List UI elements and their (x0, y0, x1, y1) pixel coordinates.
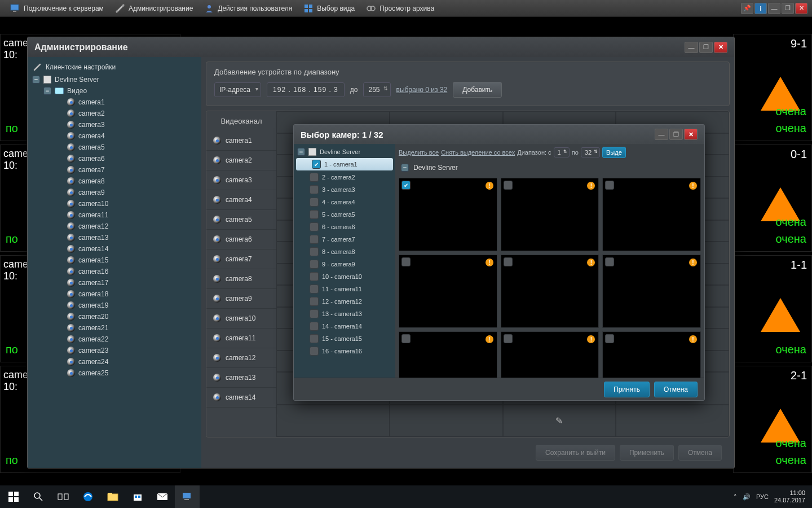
checkbox[interactable] (504, 181, 513, 190)
vc-list-item[interactable]: camera4 (206, 190, 276, 210)
tree-camera-item[interactable]: camera15 (28, 255, 201, 266)
vc-list-item[interactable]: camera5 (206, 210, 276, 230)
vc-grid-cell[interactable] (390, 405, 503, 437)
modal-tree-camera[interactable]: 11 - camera11 (294, 283, 395, 295)
tree-camera-item[interactable]: camera10 (28, 198, 201, 209)
range-select-button[interactable]: Выде (602, 147, 626, 158)
checkbox[interactable] (310, 222, 319, 231)
admin-tree-panel[interactable]: Клиентские настройки − Devline Server − … (28, 57, 201, 468)
save-exit-button[interactable]: Сохранить и выйти (536, 445, 615, 461)
tree-camera-item[interactable]: camera8 (28, 176, 201, 187)
checkbox[interactable] (310, 284, 319, 294)
tree-camera-item[interactable]: camera4 (28, 130, 201, 142)
menu-archive[interactable]: Просмотр архива (360, 1, 440, 16)
vc-grid-cell[interactable] (276, 405, 390, 437)
admin-minimize-button[interactable]: — (685, 42, 698, 53)
vc-list-item[interactable]: camera9 (206, 289, 276, 309)
pin-button[interactable]: 📌 (741, 3, 753, 14)
checkbox[interactable] (401, 257, 411, 266)
menu-connect[interactable]: Подключение к серверам (5, 1, 109, 16)
tree-camera-item[interactable]: camera21 (28, 322, 201, 334)
search-button[interactable] (26, 485, 51, 508)
collapse-icon[interactable]: − (401, 164, 409, 172)
select-all-link[interactable]: Выделить все (399, 149, 439, 156)
menu-view-select[interactable]: Выбор вида (298, 1, 360, 16)
vc-list-item[interactable]: camera8 (206, 269, 276, 289)
close-button[interactable]: ✕ (795, 3, 807, 14)
edge-icon[interactable] (76, 485, 100, 508)
vc-list-item[interactable]: camera3 (206, 170, 276, 190)
modal-server-row[interactable]: − Devline Server (395, 161, 704, 174)
tray-chevron-icon[interactable]: ˄ (734, 493, 737, 501)
ip-from-input[interactable]: 192 . 168 . 159 . 3 (267, 82, 345, 97)
vc-list-item[interactable]: camera12 (206, 348, 276, 368)
range-to-input[interactable]: 32 (581, 147, 600, 157)
modal-tree-camera[interactable]: 16 - camera16 (294, 345, 395, 357)
checkbox[interactable] (310, 347, 319, 356)
camera-preview-cell[interactable]: ! (399, 255, 497, 328)
collapse-icon[interactable]: − (43, 87, 51, 95)
checkbox[interactable] (310, 322, 319, 331)
modal-tree-camera[interactable]: 8 - camera8 (294, 246, 395, 258)
info-button[interactable]: i (754, 3, 767, 14)
checkbox[interactable] (310, 334, 319, 343)
tree-camera-item[interactable]: camera16 (28, 266, 201, 277)
videochannel-list[interactable]: Видеоканал camera1camera2camera3camera4c… (206, 111, 276, 437)
admin-maximize-button[interactable]: ❐ (699, 42, 713, 53)
vc-grid-cell[interactable] (616, 405, 729, 437)
tree-camera-item[interactable]: camera14 (28, 243, 201, 255)
checkbox[interactable] (310, 260, 319, 269)
checkbox[interactable] (310, 297, 319, 306)
tree-video-node[interactable]: − Видео (28, 85, 201, 97)
modal-cancel-button[interactable]: Отмена (654, 382, 698, 397)
start-button[interactable] (1, 485, 26, 508)
camera-preview-cell[interactable]: ! (602, 331, 701, 378)
collapse-icon[interactable]: − (32, 76, 40, 84)
modal-tree-camera[interactable]: 10 - camera10 (294, 270, 395, 283)
ip-to-input[interactable]: 255 (363, 82, 390, 97)
tray-clock[interactable]: 11:00 24.07.2017 (774, 489, 805, 504)
mail-icon[interactable] (150, 485, 175, 508)
collapse-icon[interactable]: − (297, 148, 305, 156)
checkbox[interactable] (310, 185, 319, 194)
tree-camera-item[interactable]: camera17 (28, 277, 201, 288)
modal-tree-camera[interactable]: 5 - camera5 (294, 208, 395, 221)
tree-camera-item[interactable]: camera24 (28, 356, 201, 367)
tree-camera-item[interactable]: camera5 (28, 142, 201, 153)
vc-grid-cell[interactable]: ✎ (503, 405, 616, 437)
checkbox[interactable] (504, 257, 513, 266)
modal-tree-camera[interactable]: 2 - camera2 (294, 171, 395, 183)
checkbox[interactable] (504, 334, 513, 343)
checkbox[interactable] (401, 334, 411, 343)
vc-list-item[interactable]: camera14 (206, 388, 276, 408)
add-button[interactable]: Добавить (453, 82, 502, 98)
modal-tree-camera[interactable]: 13 - camera13 (294, 308, 395, 320)
range-selected-link[interactable]: выбрано 0 из 32 (396, 86, 448, 94)
modal-close-button[interactable]: ✕ (684, 129, 698, 140)
checkbox[interactable] (310, 309, 319, 318)
tree-camera-item[interactable]: camera12 (28, 221, 201, 232)
modal-minimize-button[interactable]: — (655, 129, 668, 140)
camera-preview-cell[interactable]: ! (602, 178, 701, 251)
checkbox[interactable] (401, 181, 411, 190)
vc-list-item[interactable]: camera6 (206, 230, 276, 249)
app-icon[interactable] (175, 485, 200, 508)
checkbox[interactable] (605, 334, 614, 343)
checkbox[interactable] (310, 235, 319, 244)
modal-tree-camera[interactable]: 7 - camera7 (294, 233, 395, 246)
vc-list-item[interactable]: camera10 (206, 309, 276, 329)
modal-tree-camera[interactable]: 3 - camera3 (294, 183, 395, 196)
modal-tree-camera[interactable]: 4 - camera4 (294, 196, 395, 208)
tree-camera-item[interactable]: camera9 (28, 187, 201, 198)
checkbox[interactable] (605, 257, 614, 266)
tree-camera-item[interactable]: camera25 (28, 367, 201, 379)
menu-admin[interactable]: Администрирование (109, 1, 198, 16)
tree-camera-item[interactable]: camera23 (28, 345, 201, 356)
task-view-button[interactable] (51, 485, 76, 508)
camera-preview-cell[interactable]: ! (399, 178, 497, 251)
modal-tree-camera[interactable]: 12 - camera12 (294, 295, 395, 308)
checkbox[interactable] (312, 160, 321, 169)
vc-list-item[interactable]: camera13 (206, 368, 276, 388)
checkbox[interactable] (310, 210, 319, 219)
admin-close-button[interactable]: ✕ (714, 42, 727, 53)
